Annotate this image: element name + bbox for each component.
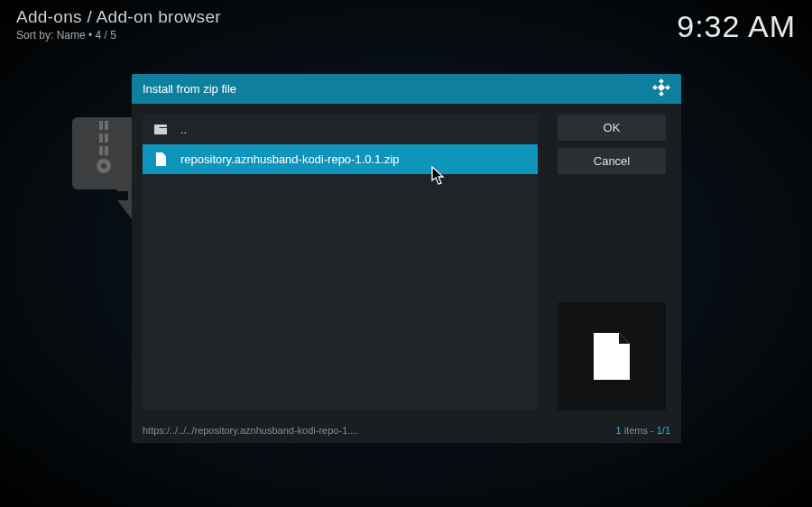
svg-rect-12 xyxy=(659,91,664,97)
svg-rect-10 xyxy=(652,85,658,90)
svg-rect-9 xyxy=(659,78,664,84)
svg-rect-4 xyxy=(105,134,108,143)
file-row-selected[interactable]: repository.aznhusband-kodi-repo-1.0.1.zi… xyxy=(143,144,538,174)
footer-path: https:/../../../repository.aznhusband-ko… xyxy=(143,425,358,436)
footer-item-count: 1 items - 1/1 xyxy=(615,425,670,436)
svg-rect-13 xyxy=(658,84,665,91)
kodi-logo-icon xyxy=(652,78,670,99)
svg-rect-11 xyxy=(665,85,670,90)
file-icon xyxy=(153,152,168,166)
svg-rect-14 xyxy=(154,124,167,127)
dialog-title-bar: Install from zip file xyxy=(132,74,681,104)
svg-rect-2 xyxy=(105,121,108,130)
file-row-parent[interactable]: .. xyxy=(143,115,538,144)
ok-button[interactable]: OK xyxy=(558,115,666,141)
svg-rect-0 xyxy=(72,117,135,189)
file-preview-icon xyxy=(592,331,632,382)
svg-rect-1 xyxy=(99,121,103,130)
file-row-label: .. xyxy=(180,123,187,136)
file-row-label: repository.aznhusband-kodi-repo-1.0.1.zi… xyxy=(180,152,400,166)
svg-rect-5 xyxy=(99,146,103,155)
folder-up-icon xyxy=(153,124,168,135)
svg-rect-3 xyxy=(99,134,103,143)
install-zip-dialog: Install from zip file xyxy=(132,74,681,443)
clock: 9:32 AM xyxy=(677,9,796,44)
svg-rect-6 xyxy=(105,146,108,155)
dialog-title: Install from zip file xyxy=(143,82,236,96)
cancel-button[interactable]: Cancel xyxy=(558,148,666,174)
svg-point-8 xyxy=(101,163,106,169)
file-preview xyxy=(558,302,666,410)
file-list[interactable]: .. repository.aznhusband-kodi-repo-1.0.1… xyxy=(143,115,538,410)
